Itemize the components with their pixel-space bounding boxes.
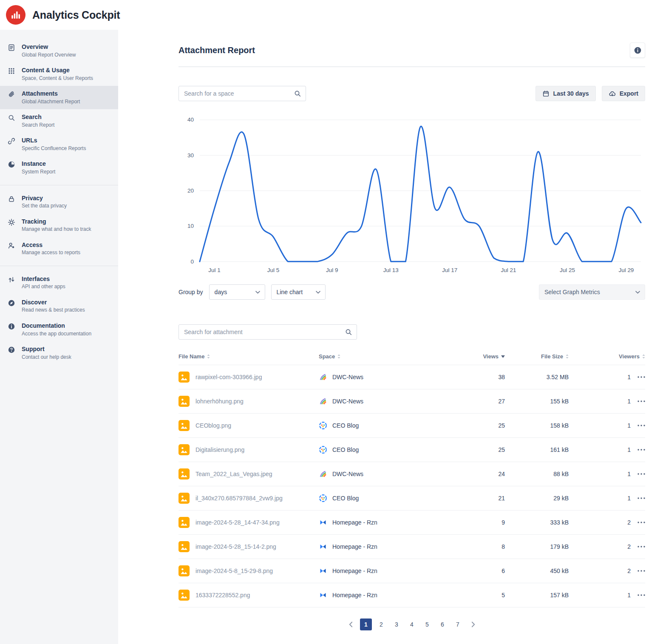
sidebar-item-content-usage[interactable]: Content & Usage Space, Content & User Re…	[0, 62, 118, 86]
views-value: 25	[458, 438, 505, 462]
group-by-select[interactable]: days	[209, 284, 265, 300]
date-range-button[interactable]: Last 30 days	[536, 86, 596, 101]
file-name-link[interactable]: il_340x270.685797884_2vw9.jpg	[196, 495, 283, 502]
image-file-icon	[178, 493, 190, 504]
info-button[interactable]	[630, 43, 645, 58]
file-name-link[interactable]: lohnerhöhung.png	[196, 398, 244, 405]
pagination-next[interactable]	[467, 618, 479, 630]
table-row: rawpixel-com-303966.jpg DWC-News 38 3.52…	[178, 365, 645, 389]
column-header-file-size[interactable]: File Size	[541, 353, 569, 360]
pagination-page-1[interactable]: 1	[360, 618, 372, 630]
views-value: 21	[458, 486, 505, 511]
sort-both-icon	[207, 354, 210, 359]
space-name-link[interactable]: Homepage - Rzn	[332, 592, 377, 599]
graph-metrics-select[interactable]: Select Graph Metrics	[539, 284, 645, 300]
space-name-link[interactable]: Homepage - Rzn	[332, 567, 377, 574]
space-name-link[interactable]: DWC-News	[332, 374, 363, 380]
file-size-value: 88 kB	[505, 462, 569, 486]
space-logo-icon	[319, 567, 327, 575]
row-actions-button[interactable]	[638, 473, 645, 475]
file-name-link[interactable]: image-2024-5-8_15-29-8.png	[196, 567, 273, 574]
sidebar-item-label: Support	[22, 346, 71, 353]
space-name-link[interactable]: CEO Blog	[332, 495, 359, 502]
space-name-link[interactable]: DWC-News	[332, 471, 363, 477]
pagination-page-3[interactable]: 3	[391, 618, 402, 630]
file-name-link[interactable]: 1633372228552.png	[196, 592, 250, 599]
views-value: 24	[458, 462, 505, 486]
space-name-link[interactable]: CEO Blog	[332, 422, 359, 429]
sidebar-item-sublabel: Global Attachment Report	[22, 99, 80, 105]
info-icon	[634, 46, 642, 54]
space-name-link[interactable]: Homepage - Rzn	[332, 519, 377, 526]
image-file-icon	[178, 541, 190, 552]
sidebar-item-instance[interactable]: Instance System Report	[0, 156, 118, 179]
file-name-link[interactable]: Digitalisierung.png	[196, 446, 244, 453]
app-logo	[6, 5, 26, 25]
views-value: 6	[458, 559, 505, 583]
column-header-space[interactable]: Space	[319, 353, 340, 360]
column-header-viewers[interactable]: Viewers	[619, 353, 645, 360]
row-actions-button[interactable]	[638, 594, 645, 596]
sidebar-item-tracking[interactable]: Tracking Manage what and how to track	[0, 214, 118, 237]
x-tick-label: Jul 9	[326, 267, 338, 273]
sidebar-item-search[interactable]: Search Search Report	[0, 109, 118, 133]
space-search-input[interactable]	[178, 86, 306, 101]
image-file-icon	[178, 468, 190, 479]
row-actions-button[interactable]	[638, 425, 645, 426]
sidebar-item-access[interactable]: Access Manage access to reports	[0, 237, 118, 261]
chart-type-select[interactable]: Line chart	[271, 284, 326, 300]
grid-icon	[8, 67, 16, 76]
app-header: Analytics Cockpit	[0, 0, 663, 30]
file-size-value: 179 kB	[505, 535, 569, 559]
row-actions-button[interactable]	[638, 449, 645, 451]
space-logo-icon	[319, 470, 327, 478]
file-name-link[interactable]: image-2024-5-28_14-47-34.png	[196, 519, 280, 526]
row-actions-button[interactable]	[638, 497, 645, 499]
sidebar-item-overview[interactable]: Overview Global Report Overview	[0, 39, 118, 62]
pagination-page-2[interactable]: 2	[375, 618, 387, 630]
views-value: 25	[458, 414, 505, 438]
pagination-prev[interactable]	[345, 618, 357, 630]
sidebar-item-discover[interactable]: Discover Read news & best practices	[0, 295, 118, 318]
views-value: 8	[458, 535, 505, 559]
chevron-down-icon	[255, 291, 260, 294]
sidebar-item-documentation[interactable]: Documentation Access the app documentati…	[0, 318, 118, 341]
export-button[interactable]: Export	[602, 86, 645, 101]
row-actions-button[interactable]	[638, 570, 645, 572]
sidebar-item-urls[interactable]: URLs Specific Confluence Reports	[0, 133, 118, 156]
pagination-page-7[interactable]: 7	[452, 618, 464, 630]
sort-both-icon	[566, 354, 569, 359]
calendar-icon	[542, 90, 550, 97]
attachment-search-input[interactable]	[178, 324, 357, 340]
row-actions-button[interactable]	[638, 522, 645, 523]
sidebar-item-interfaces[interactable]: Interfaces API and other apps	[0, 271, 118, 295]
column-header-file-name[interactable]: File Name	[178, 353, 210, 360]
row-actions-button[interactable]	[638, 400, 645, 402]
sidebar-item-sublabel: Space, Content & User Reports	[22, 75, 93, 82]
sidebar-item-label: Search	[22, 113, 54, 121]
space-logo-icon	[319, 542, 327, 551]
sidebar-item-label: Documentation	[22, 322, 91, 330]
image-file-icon	[178, 565, 190, 576]
column-header-views[interactable]: Views	[483, 353, 505, 360]
pagination-page-4[interactable]: 4	[406, 618, 418, 630]
space-name-link[interactable]: Homepage - Rzn	[332, 543, 377, 550]
pagination-page-6[interactable]: 6	[436, 618, 448, 630]
file-name-link[interactable]: Team_2022_Las_Vegas.jpeg	[196, 471, 272, 477]
file-name-link[interactable]: image-2024-5-28_15-14-2.png	[196, 543, 276, 550]
space-name-link[interactable]: CEO Blog	[332, 446, 359, 453]
sort-both-icon	[337, 354, 340, 359]
group-by-label: Group by	[178, 289, 203, 295]
file-name-link[interactable]: rawpixel-com-303966.jpg	[196, 374, 262, 380]
pagination-page-5[interactable]: 5	[421, 618, 433, 630]
file-name-link[interactable]: CEOblog.png	[196, 422, 231, 429]
space-name-link[interactable]: DWC-News	[332, 398, 363, 405]
table-row: Team_2022_Las_Vegas.jpeg DWC-News 24 88 …	[178, 462, 645, 486]
row-actions-button[interactable]	[638, 546, 645, 548]
sidebar-item-support[interactable]: Support Contact our help desk	[0, 341, 118, 365]
row-actions-button[interactable]	[638, 376, 645, 378]
sidebar-item-attachments[interactable]: Attachments Global Attachment Report	[0, 86, 118, 109]
image-file-icon	[178, 444, 190, 455]
sidebar-item-privacy[interactable]: Privacy Set the data privacy	[0, 190, 118, 214]
space-search	[178, 86, 306, 101]
